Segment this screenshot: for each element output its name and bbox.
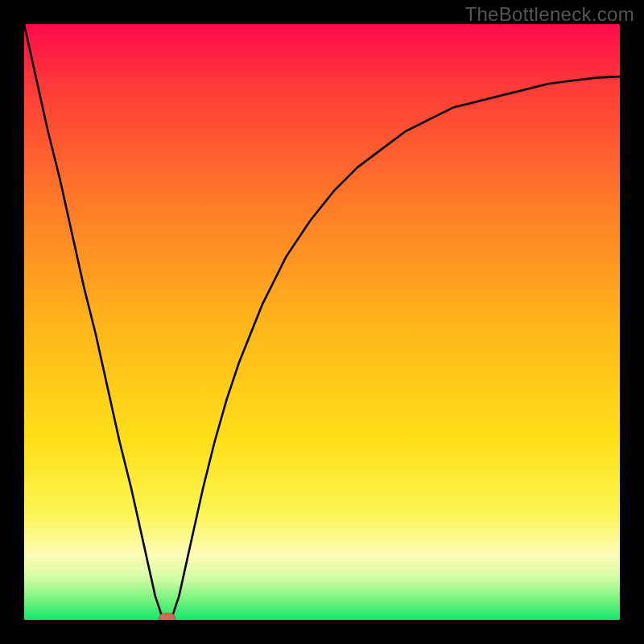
curve-layer <box>24 24 620 620</box>
watermark-text: TheBottleneck.com <box>464 3 634 26</box>
bottleneck-chart: TheBottleneck.com <box>0 0 644 644</box>
optimum-marker <box>159 613 175 620</box>
bottleneck-curve <box>24 24 620 620</box>
plot-area <box>24 24 620 620</box>
